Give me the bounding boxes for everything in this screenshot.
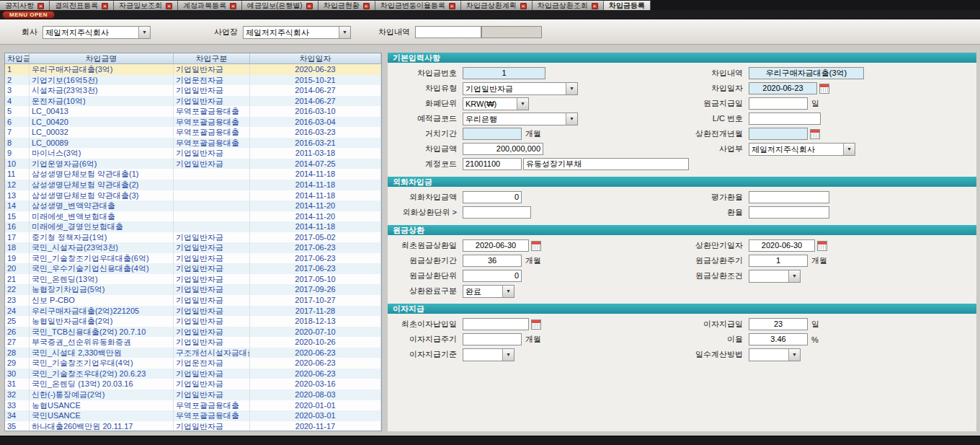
- loan-no-input[interactable]: 1: [463, 67, 545, 79]
- col-header-name[interactable]: 차입금명: [30, 53, 174, 63]
- loan-date-input[interactable]: 2020-06-23: [749, 82, 817, 94]
- table-row[interactable]: 3시설자금(23억3천)기업일반자금2014-06-27: [5, 85, 381, 96]
- table-row[interactable]: 6LC_00420무역포괄금융대출2016-03-04: [5, 117, 381, 128]
- calendar-icon[interactable]: [531, 320, 541, 330]
- exchange-rate-input[interactable]: [749, 206, 829, 219]
- close-icon[interactable]: ×: [102, 3, 108, 9]
- tab-9[interactable]: 차입금상환조회×: [533, 1, 604, 10]
- principal-period-input[interactable]: 36: [463, 255, 522, 267]
- table-row[interactable]: 8LC_00089무역포괄금융대출2016-03-21: [5, 138, 381, 149]
- grace-period-input[interactable]: [463, 128, 522, 140]
- table-row[interactable]: 18국민_시설자금(23억3천)기업일반자금2017-06-23: [5, 242, 381, 253]
- tab-4[interactable]: 계정과목등록×: [178, 1, 242, 10]
- calendar-icon[interactable]: [817, 241, 827, 251]
- table-row[interactable]: 13삼성생명단체보험 약관대출(3)2014-11-18: [5, 190, 381, 201]
- account-code-input[interactable]: 21001100: [463, 158, 522, 170]
- business-unit-select[interactable]: 제일저지주식회사▼: [749, 143, 855, 156]
- table-row[interactable]: 21국민_온렌딩(13억)기업일반자금2017-05-10: [5, 274, 381, 285]
- table-row[interactable]: 33농협USANCE무역포괄금융대출2020-01-01: [5, 400, 381, 411]
- table-row[interactable]: 19국민_기술창조기업우대대출(6억)기업일반자금2017-06-23: [5, 253, 381, 264]
- table-row[interactable]: 28국민_시설대 2,330백만원구조개선시설자금대출2020-06-23: [5, 348, 381, 358]
- table-row[interactable]: 5LC_00413무역포괄금융대출2016-03-10: [5, 106, 381, 117]
- cell-type: 기업일반자금: [174, 295, 250, 306]
- eval-exchange-rate-input[interactable]: [749, 191, 829, 203]
- first-interest-date-input[interactable]: [463, 318, 529, 330]
- close-icon[interactable]: ×: [363, 3, 370, 9]
- company-select[interactable]: 제일저지주식회사 ▼: [43, 26, 151, 39]
- interest-pay-day-input[interactable]: 23: [749, 318, 808, 330]
- table-row[interactable]: 14삼성생명_변액약관대출2014-11-20: [5, 201, 381, 211]
- principal-cycle-input[interactable]: 1: [749, 255, 808, 267]
- day-count-method-select[interactable]: ▼: [749, 348, 801, 361]
- interest-basis-select[interactable]: ▼: [463, 348, 514, 361]
- loan-desc-input[interactable]: 우리구매자금대출(3억): [749, 67, 864, 79]
- repay-complete-select[interactable]: 완료▼: [463, 285, 514, 298]
- loan-desc-filter-input[interactable]: [415, 26, 481, 38]
- table-row[interactable]: 29국민_기술창조기업우대(4억)기업운전자금2020-06-23: [5, 358, 381, 369]
- calendar-icon[interactable]: [531, 241, 541, 251]
- cell-name: 부국증권_선순위유동화증권: [30, 337, 174, 348]
- table-row[interactable]: 25농협일반자금대출(2억)기업일반자금2018-12-13: [5, 316, 381, 327]
- tab-6[interactable]: 차입금현황×: [318, 1, 375, 10]
- loan-amount-input[interactable]: 200,000,000: [463, 143, 543, 155]
- table-row[interactable]: 7LC_00032무역포괄금융대출2016-03-23: [5, 127, 381, 138]
- calendar-icon[interactable]: [819, 84, 829, 94]
- account-code-name-input[interactable]: 유동성장기부채: [523, 158, 689, 170]
- calendar-icon[interactable]: [810, 129, 820, 139]
- interest-rate-input[interactable]: 3.46: [749, 333, 808, 345]
- col-header-date[interactable]: 차입일자: [250, 53, 381, 63]
- table-row[interactable]: 11삼성생명단체보험 약관대출(1)2014-11-18: [5, 169, 381, 180]
- interest-cycle-input[interactable]: [463, 333, 522, 345]
- deposit-code-select[interactable]: 우리은행▼: [463, 113, 578, 125]
- principal-pay-day-input[interactable]: [749, 97, 808, 110]
- table-row[interactable]: 34국민USANCE무역포괄금융대출2020-03-01: [5, 410, 381, 421]
- table-row[interactable]: 35하나대출260백만원 20.11.17기업일반자금2020-11-17: [5, 421, 381, 431]
- table-row[interactable]: 1우리구매자금대출(3억)기업일반자금2020-06-23: [5, 64, 381, 75]
- tab-1[interactable]: 공지사항×: [0, 1, 50, 10]
- table-row[interactable]: 27부국증권_선순위유동화증권기업일반자금2020-10-26: [5, 337, 381, 348]
- table-row[interactable]: 12삼성생명단체보험 약관대출(2)2014-11-18: [5, 180, 381, 190]
- tab-10[interactable]: 차입금등록: [604, 1, 651, 10]
- table-row[interactable]: 32신한(-)통장예금(2억)기업일반자금2020-08-03: [5, 389, 381, 400]
- principal-condition-select[interactable]: ▼: [749, 270, 801, 283]
- table-row[interactable]: 2기업기보(16억5천)기업운전자금2015-10-21: [5, 75, 381, 86]
- table-row[interactable]: 10기업운영자금(6억)기업일반자금2014-07-25: [5, 159, 381, 169]
- menu-open-button[interactable]: MENU OPEN: [2, 11, 55, 19]
- table-row[interactable]: 23신보 P-CBO기업일반자금2017-10-27: [5, 295, 381, 306]
- table-row[interactable]: 26국민_TCB신용대출(2억) 20.7.10기업일반자금2020-07-10: [5, 327, 381, 338]
- table-row[interactable]: 30국민_기술창조우대(2억) 20.6.23기업일반자금2020-06-23: [5, 369, 381, 379]
- table-row[interactable]: 17중기청 정책자금(1억)기업일반자금2017-05-02: [5, 232, 381, 243]
- tab-7[interactable]: 차입금변동이율등록×: [375, 1, 461, 10]
- loan-type-select[interactable]: 기업일반자금▼: [463, 82, 578, 95]
- fx-repay-unit-input[interactable]: [463, 206, 531, 219]
- table-row[interactable]: 24우리구매자금대출(2억)221205기업일반자금2017-11-28: [5, 306, 381, 317]
- tab-2[interactable]: 결의전표등록×: [50, 1, 114, 10]
- table-row[interactable]: 16미래에셋_경영인보험대출2014-11-18: [5, 221, 381, 232]
- table-row[interactable]: 15미래에셋_변액보험대출2014-11-20: [5, 211, 381, 222]
- site-select[interactable]: 제일저지주식회사 ▼: [243, 26, 351, 39]
- table-row[interactable]: 31국민_온렌딩 (13억) 20.03.16기업일반자금2020-03-16: [5, 379, 381, 389]
- close-icon[interactable]: ×: [520, 3, 527, 9]
- pre-redemption-month-input[interactable]: [749, 128, 808, 140]
- table-row[interactable]: 4운전자금(10억)기업일반자금2014-06-27: [5, 96, 381, 107]
- fx-loan-amount-input[interactable]: 0: [463, 191, 522, 203]
- close-icon[interactable]: ×: [166, 3, 172, 9]
- tab-5[interactable]: 예금일보(은행별)×: [242, 1, 318, 10]
- close-icon[interactable]: ×: [230, 3, 236, 9]
- close-icon[interactable]: ×: [37, 3, 44, 9]
- tab-8[interactable]: 차입금상환계획×: [461, 1, 533, 10]
- first-principal-date-input[interactable]: 2020-06-30: [463, 239, 529, 252]
- table-row[interactable]: 22농협장기차입금(5억)기업일반자금2017-09-26: [5, 284, 381, 295]
- maturity-date-input[interactable]: 2020-06-30: [749, 239, 815, 252]
- principal-unit-input[interactable]: 0: [463, 270, 522, 282]
- col-header-code[interactable]: 차입금코드: [5, 53, 30, 63]
- currency-unit-select[interactable]: KRW(₩)▼: [463, 97, 529, 110]
- close-icon[interactable]: ×: [306, 3, 313, 9]
- close-icon[interactable]: ×: [592, 3, 598, 9]
- close-icon[interactable]: ×: [449, 3, 455, 9]
- lc-number-input[interactable]: [749, 113, 821, 125]
- table-row[interactable]: 20국민_우수기술기업신용대출(4억)기업일반자금2017-06-23: [5, 263, 381, 274]
- col-header-type[interactable]: 차입구분: [174, 53, 250, 63]
- table-row[interactable]: 9마이너스(3억)기업일반자금2011-03-18: [5, 148, 381, 159]
- tab-3[interactable]: 자금일보조회×: [114, 1, 178, 10]
